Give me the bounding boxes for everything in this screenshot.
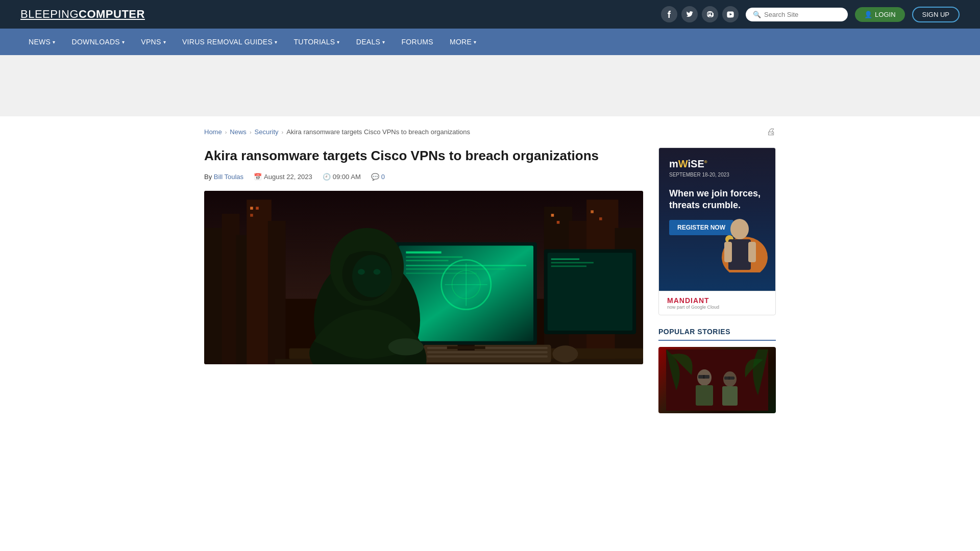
article-author: By Bill Toulas — [204, 173, 243, 181]
chevron-down-icon: ▾ — [53, 39, 55, 45]
article-comments[interactable]: 💬 0 — [371, 173, 385, 181]
mastodon-icon[interactable] — [702, 6, 718, 22]
svg-point-53 — [730, 219, 749, 239]
breadcrumb-news[interactable]: News — [230, 128, 247, 136]
breadcrumb-home[interactable]: Home — [204, 128, 222, 136]
site-logo[interactable]: BLEEPINGCOMPUTER — [20, 8, 145, 21]
ad-mandiant-logo: MANDIANT — [667, 296, 767, 305]
svg-point-24 — [552, 345, 578, 362]
ad-date: SEPTEMBER 18-20, 2023 — [669, 172, 765, 178]
nav-item-more[interactable]: MORE ▾ — [442, 29, 485, 55]
chevron-down-icon: ▾ — [163, 39, 166, 45]
svg-rect-39 — [551, 258, 579, 260]
print-icon[interactable]: 🖨 — [767, 127, 776, 137]
svg-rect-22 — [427, 351, 548, 353]
svg-rect-13 — [250, 214, 253, 217]
nav-item-tutorials[interactable]: TUTORIALS ▾ — [285, 29, 348, 55]
svg-rect-15 — [557, 221, 560, 224]
svg-rect-28 — [406, 256, 462, 258]
chevron-down-icon: ▾ — [337, 39, 339, 45]
nav-item-downloads[interactable]: DOWNLOADS ▾ — [64, 29, 133, 55]
svg-rect-12 — [256, 207, 259, 210]
article-layout: Akira ransomware targets Cisco VPNs to b… — [204, 147, 776, 413]
chevron-down-icon: ▾ — [275, 39, 277, 45]
svg-rect-55 — [724, 242, 732, 262]
svg-rect-21 — [427, 347, 548, 349]
breadcrumb-current: Akira ransomware targets Cisco VPNs to b… — [286, 128, 470, 136]
svg-rect-43 — [447, 346, 485, 349]
author-link[interactable]: Bill Toulas — [214, 173, 243, 181]
svg-rect-40 — [551, 262, 594, 263]
svg-rect-66 — [724, 377, 729, 380]
svg-point-47 — [388, 338, 424, 355]
svg-rect-6 — [268, 221, 286, 364]
svg-rect-31 — [406, 268, 505, 270]
chevron-right-icon: › — [282, 129, 284, 135]
search-icon: 🔍 — [753, 11, 761, 18]
svg-rect-11 — [250, 207, 253, 210]
nav-item-vpns[interactable]: VPNS ▾ — [133, 29, 174, 55]
article-title: Akira ransomware targets Cisco VPNs to b… — [204, 147, 643, 165]
story-image-overlay — [658, 347, 776, 413]
svg-rect-23 — [427, 355, 548, 357]
breadcrumb-security[interactable]: Security — [255, 128, 279, 136]
signup-button[interactable]: SIGN UP — [912, 7, 960, 22]
facebook-icon[interactable] — [661, 6, 677, 22]
search-input[interactable] — [764, 11, 841, 18]
chevron-down-icon: ▾ — [382, 39, 385, 45]
article-time: 🕘 09:00 AM — [323, 173, 361, 181]
ad-mandiant-sub: now part of Google Cloud — [667, 305, 767, 310]
svg-rect-56 — [748, 242, 756, 262]
sidebar-ad: mWiSE® SEPTEMBER 18-20, 2023 When we joi… — [658, 147, 776, 315]
svg-rect-62 — [704, 375, 709, 379]
article-date: 📅 August 22, 2023 — [254, 173, 312, 181]
clock-icon: 🕘 — [323, 173, 331, 181]
svg-point-48 — [352, 255, 392, 297]
nav-item-deals[interactable]: DEALS ▾ — [348, 29, 394, 55]
svg-rect-64 — [722, 386, 738, 406]
svg-point-50 — [374, 269, 381, 274]
svg-rect-29 — [406, 260, 448, 261]
svg-rect-14 — [551, 214, 554, 217]
chevron-down-icon: ▾ — [122, 39, 125, 45]
nav-item-forums[interactable]: FORUMS — [394, 29, 442, 55]
nav-item-news[interactable]: NEWS ▾ — [20, 29, 64, 55]
main-nav: NEWS ▾ DOWNLOADS ▾ VPNS ▾ VIRUS REMOVAL … — [0, 29, 980, 55]
ad-footer: MANDIANT now part of Google Cloud — [659, 291, 775, 315]
breadcrumb: Home › News › Security › Akira ransomwar… — [204, 127, 776, 137]
svg-rect-61 — [698, 375, 703, 379]
social-icons — [661, 6, 739, 22]
svg-rect-38 — [548, 253, 632, 331]
calendar-icon: 📅 — [254, 173, 262, 181]
svg-rect-67 — [729, 377, 734, 380]
chevron-right-icon: › — [225, 129, 227, 135]
ad-banner-top — [0, 55, 980, 116]
article-main: Akira ransomware targets Cisco VPNs to b… — [204, 147, 643, 364]
chevron-down-icon: ▾ — [474, 39, 476, 45]
ad-headline: When we join forces, threats crumble. — [669, 188, 765, 212]
article-meta: By Bill Toulas 📅 August 22, 2023 🕘 09:00… — [204, 173, 643, 181]
chevron-right-icon: › — [250, 129, 252, 135]
popular-stories-title: POPULAR STORIES — [658, 328, 776, 341]
sidebar-ad-inner: mWiSE® SEPTEMBER 18-20, 2023 When we joi… — [659, 148, 775, 291]
ad-logo: mWiSE® — [669, 158, 765, 170]
article-sidebar: mWiSE® SEPTEMBER 18-20, 2023 When we joi… — [658, 147, 776, 413]
popular-stories: POPULAR STORIES — [658, 328, 776, 413]
login-button[interactable]: 👤 LOGIN — [855, 7, 904, 22]
twitter-icon[interactable] — [681, 6, 698, 22]
svg-rect-16 — [591, 210, 594, 213]
svg-rect-41 — [551, 265, 586, 267]
svg-rect-5 — [247, 199, 272, 364]
svg-rect-27 — [406, 251, 441, 253]
popular-story-image[interactable] — [658, 347, 776, 413]
svg-rect-17 — [599, 217, 602, 220]
user-icon: 👤 — [864, 11, 872, 18]
comment-icon: 💬 — [371, 173, 379, 181]
site-header: BLEEPINGCOMPUTER 🔍 👤 LOGIN SIGN UP — [0, 0, 980, 29]
article-hero-image — [204, 191, 643, 364]
svg-rect-59 — [696, 385, 713, 406]
search-box[interactable]: 🔍 — [746, 8, 848, 21]
youtube-icon[interactable] — [722, 6, 739, 22]
nav-item-virus-removal[interactable]: VIRUS REMOVAL GUIDES ▾ — [174, 29, 285, 55]
header-right: 🔍 👤 LOGIN SIGN UP — [661, 6, 960, 22]
